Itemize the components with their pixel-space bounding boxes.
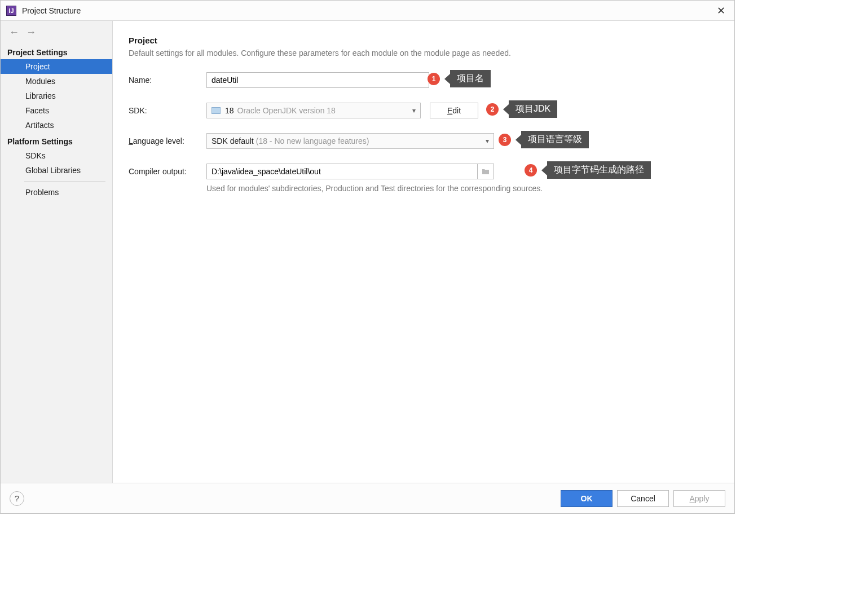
sidebar-item-sdks[interactable]: SDKs	[1, 148, 112, 163]
language-level-detail: (18 - No new language features)	[256, 136, 369, 146]
annotation-text-1: 项目名	[450, 70, 491, 87]
compiler-output-helper: Used for modules' subdirectories, Produc…	[206, 184, 719, 193]
row-compiler-output: Compiler output: 4 项目字节码生成的路径	[129, 164, 719, 179]
window-title: Project Structure	[22, 6, 81, 15]
sidebar-divider	[24, 181, 105, 182]
row-language-level: Language level: SDK default (18 - No new…	[129, 133, 719, 149]
label-sdk: SDK:	[129, 106, 206, 115]
row-sdk: SDK: 18 Oracle OpenJDK version 18 ▾ Edit…	[129, 103, 719, 118]
sidebar-item-libraries[interactable]: Libraries	[1, 89, 112, 103]
row-name: Name: 1 项目名	[129, 72, 719, 88]
content-pane: Project Default settings for all modules…	[113, 21, 734, 483]
section-description: Default settings for all modules. Config…	[129, 49, 719, 58]
intellij-icon: IJ	[6, 6, 16, 16]
label-compiler-output: Compiler output:	[129, 167, 206, 176]
label-name: Name:	[129, 76, 206, 85]
nav-back-icon[interactable]: ←	[8, 27, 20, 38]
edit-sdk-button[interactable]: Edit	[430, 103, 478, 118]
annotation-text-2: 项目JDK	[509, 100, 557, 118]
annotation-badge-4: 4	[525, 164, 537, 177]
sidebar-item-artifacts[interactable]: Artifacts	[1, 118, 112, 133]
language-level-value: SDK default	[212, 136, 254, 146]
titlebar: IJ Project Structure ✕	[1, 1, 734, 21]
sidebar-item-facets[interactable]: Facets	[1, 103, 112, 118]
sidebar-section-platform-settings: Platform Settings	[1, 133, 112, 148]
sdk-description: Oracle OpenJDK version 18	[237, 106, 336, 115]
cancel-button[interactable]: Cancel	[617, 490, 669, 507]
annotation-badge-3: 3	[499, 134, 511, 146]
label-language-level: Language level:	[129, 136, 206, 146]
chevron-down-icon: ▾	[486, 137, 489, 145]
annotation-text-4: 项目字节码生成的路径	[547, 161, 651, 179]
sidebar-item-modules[interactable]: Modules	[1, 74, 112, 89]
annotation-badge-1: 1	[428, 73, 440, 85]
folder-icon	[212, 107, 221, 114]
section-title: Project	[129, 36, 719, 45]
nav-forward-icon[interactable]: →	[25, 27, 37, 38]
help-icon[interactable]: ?	[10, 491, 24, 506]
sidebar-section-project-settings: Project Settings	[1, 43, 112, 59]
chevron-down-icon: ▾	[412, 107, 416, 114]
sidebar-item-global-libraries[interactable]: Global Libraries	[1, 163, 112, 178]
sdk-version: 18	[225, 106, 234, 115]
sdk-dropdown[interactable]: 18 Oracle OpenJDK version 18 ▾	[206, 103, 421, 118]
dialog-footer: ? OK Cancel Apply	[1, 483, 734, 513]
compiler-output-input[interactable]	[206, 164, 477, 179]
apply-button[interactable]: Apply	[673, 490, 725, 507]
browse-folder-icon[interactable]	[477, 164, 494, 179]
close-icon[interactable]: ✕	[713, 3, 729, 19]
sidebar: ← → Project Settings Project Modules Lib…	[1, 21, 113, 483]
name-input[interactable]	[206, 72, 429, 88]
project-structure-dialog: IJ Project Structure ✕ ← → Project Setti…	[0, 0, 735, 514]
sidebar-item-project[interactable]: Project	[1, 59, 112, 74]
annotation-text-3: 项目语言等级	[521, 131, 589, 148]
ok-button[interactable]: OK	[561, 490, 613, 507]
language-level-dropdown[interactable]: SDK default (18 - No new language featur…	[206, 133, 494, 149]
annotation-badge-2: 2	[486, 103, 499, 116]
sidebar-item-problems[interactable]: Problems	[1, 185, 112, 200]
